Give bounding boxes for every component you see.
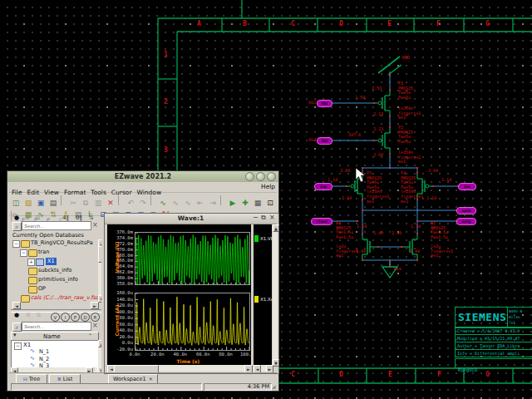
db-tree-item[interactable]: primitives_info [11, 276, 97, 284]
trace-X1.Vb2 [135, 233, 249, 284]
port-inm[interactable]: inm [458, 183, 476, 190]
status-bar: 4:36 PM ◢ [9, 382, 277, 390]
expand-icon[interactable]: + [27, 259, 35, 266]
x-tick-label: 100.0n [238, 352, 251, 357]
duplicate2-icon[interactable]: ⧉ [37, 312, 41, 318]
y-tick-label: 368.0m [107, 253, 133, 258]
y-tick-label: 120.0u [107, 303, 133, 308]
analog-filter-icon[interactable]: 4‖ [62, 214, 69, 221]
database2-icon[interactable]: ● [14, 312, 19, 318]
legend-entry[interactable]: X1.Vb2 [254, 229, 272, 245]
filter-p-button[interactable]: P [71, 313, 80, 322]
db-tree-item[interactable]: −tran [11, 249, 97, 257]
window-title: EZwave 2021.2 [115, 173, 171, 180]
db-tree-label: primitives_info [38, 276, 78, 283]
legend-label: X1.Xa1.P [260, 297, 272, 302]
collapse-icon[interactable]: − [14, 342, 22, 350]
port-outp[interactable]: outp [456, 218, 476, 225]
x-tick-label: 0.0n [124, 352, 145, 357]
panel-resize-grip[interactable]: ⋮⋮ [92, 366, 101, 371]
db-tree-item[interactable]: +X1 [11, 258, 97, 266]
plot-area[interactable]: 376.0m374.0m372.0m370.0m368.0m366.0m364.… [107, 224, 251, 365]
sort-icon[interactable]: ⇅ [89, 214, 94, 221]
signal-search-input[interactable] [22, 322, 91, 331]
title-block: SIEMENS 8005 BWilsoTel Created = 5/4/200… [455, 307, 532, 367]
menu-help[interactable]: Help [259, 182, 278, 192]
y-tick-label: 374.0m [107, 235, 133, 240]
header-dropdown-icon[interactable]: ▾ [13, 332, 17, 338]
wave-close-icon[interactable]: × [269, 214, 275, 221]
title-block-row: Info = Differential ampli [455, 350, 532, 357]
folder-icon [28, 268, 37, 275]
wave-window[interactable]: Wave:1 − ⧉ × 376.0m374.0m372.0m370.0m368… [104, 213, 279, 374]
graph-2-box[interactable] [135, 293, 250, 351]
legend-label: X1.Vb2 [260, 236, 272, 241]
menu-bar: FileEditViewFormatToolsCursorWindow [9, 182, 277, 193]
db-tree-item[interactable]: OP [11, 285, 97, 293]
port-vtune[interactable]: vtune [311, 218, 332, 225]
legend-hscrollbar[interactable]: ◄ ► [254, 365, 272, 372]
legend-swatch [254, 296, 259, 303]
search-button[interactable]: ⌕ [12, 222, 22, 231]
window-titlebar[interactable]: EZwave 2021.2 [7, 171, 278, 182]
list-view2-icon[interactable]: ≣ [26, 312, 31, 318]
db-tree-hscroll-right-icon[interactable]: ► [91, 302, 99, 309]
db-tree-hscroll-left-icon[interactable]: ◄ [12, 302, 21, 309]
plot-hscrollbar[interactable]: ◄ ► [107, 365, 251, 372]
filter-r-button[interactable]: R [91, 313, 100, 322]
signal-search-clear-icon[interactable]: × [92, 322, 98, 329]
port-Vb2[interactable]: Vb2 [317, 137, 332, 145]
search-clear-icon[interactable]: × [92, 221, 98, 229]
y-tick-label: 358.0m [107, 281, 133, 286]
y-tick-label: 40.0u [107, 328, 133, 332]
port-Vb1[interactable]: Vb1 [317, 100, 332, 107]
workspace-tab-close-icon[interactable]: × [149, 376, 153, 382]
db-tree-label: TB_RingVCO_ResultsPa [31, 239, 93, 247]
db-tree-item[interactable]: −TB_RingVCO_ResultsPa [11, 239, 97, 248]
title-block-logo-row: SIEMENS 8005 BWilsoTel [455, 307, 532, 328]
ezwave-window[interactable]: EZwave 2021.2 FileEditViewFormatToolsCur… [7, 170, 279, 392]
collapse-all-icon[interactable]: ⌃ [88, 332, 92, 338]
x-tick-label: 20.0n [146, 352, 168, 357]
y-tick-label: 362.0m [107, 269, 133, 274]
digital-filter-icon[interactable]: 0‖ [76, 214, 82, 221]
db-tree-item[interactable]: subckts_info [11, 267, 97, 275]
tab-label: Tree [29, 376, 41, 382]
y-tick-label: 60.0u [107, 322, 133, 327]
signal-browser-panel: ●≣⧉4‖0‖⇅⌕×Currently Open Databases−TB_Ri… [11, 214, 101, 372]
wave-restore-icon[interactable]: ⧉ [261, 214, 266, 222]
title-block-row: Author = Tanner EDA Libra [455, 342, 532, 350]
filter-i-button[interactable]: I [61, 313, 70, 322]
legend-entry[interactable]: X1.Xa1.P [254, 290, 272, 306]
signal-search-button[interactable]: ⌕ [12, 323, 22, 332]
resize-grip[interactable]: ◢ [272, 383, 276, 389]
toolbar-row-1: ◫▨▣▤✂⧉▥✕↶↷∿∿∿⇤⇥▶✚▦⊡⌕⌕⌕⌕ [9, 193, 277, 204]
workspace-tab-label: Workspace1 [113, 376, 146, 382]
port-inp[interactable]: inp [314, 183, 332, 190]
collapse-icon[interactable]: − [20, 249, 27, 257]
maximize-button[interactable] [256, 172, 265, 181]
close-button[interactable] [267, 172, 276, 181]
minimize-button[interactable] [245, 172, 254, 181]
db-tree-item[interactable]: cals (C:/…/tran_raw_v.fsdb [11, 294, 97, 303]
db-tree-label: OP [38, 285, 46, 293]
schematic-name: RingVCO [456, 367, 477, 372]
list-view-icon[interactable]: ≣ [25, 214, 30, 221]
trace-X1.Xa1.P [135, 293, 249, 350]
wave-minimize-icon[interactable]: − [253, 214, 259, 221]
port-outm[interactable]: outm [456, 207, 476, 214]
folder-icon [28, 286, 37, 293]
legend-panel[interactable]: X1.Vb2X1.Xa1.P [254, 224, 272, 365]
title-block-row: Modified = 03/15/21 09:47 [455, 335, 532, 342]
database-icon[interactable]: ● [14, 214, 19, 221]
wave-titlebar[interactable]: Wave:1 − ⧉ × [105, 214, 277, 224]
wave-vscrollbar[interactable]: ▲ ▼ [273, 224, 278, 365]
filter-v-button[interactable]: V [51, 313, 60, 322]
y-tick-label: 376.0m [107, 229, 133, 234]
search-input[interactable] [22, 221, 91, 230]
filter-d-button[interactable]: D [81, 313, 90, 322]
collapse-icon[interactable]: − [12, 240, 20, 248]
duplicate-icon[interactable]: ⧉ [36, 214, 40, 221]
tab-label: List [63, 376, 72, 382]
graph-1-box[interactable] [135, 232, 250, 285]
